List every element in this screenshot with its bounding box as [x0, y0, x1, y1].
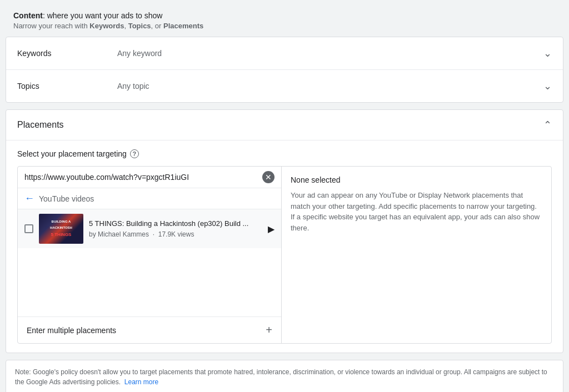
- topics-row[interactable]: Topics Any topic ⌄: [6, 70, 563, 102]
- keywords-label: Keywords: [17, 49, 117, 58]
- thumbnail-text-1: BUILDING A: [51, 219, 72, 225]
- video-checkbox[interactable]: [24, 224, 33, 233]
- keywords-row[interactable]: Keywords Any keyword ⌄: [6, 37, 563, 70]
- placements-card: Placements ⌃ Select your placement targe…: [6, 109, 563, 353]
- subtitle-sep1: ,: [124, 22, 128, 30]
- left-panel: ✕ ← YouTube videos BUILDING A: [18, 167, 282, 343]
- none-selected-title: None selected: [291, 175, 542, 184]
- close-icon: ✕: [265, 173, 272, 182]
- placements-title: Placements: [17, 120, 64, 130]
- subtitle-keywords: Keywords: [89, 22, 124, 30]
- topics-label: Topics: [17, 82, 117, 91]
- footer-note: Note: Google's policy doesn't allow you …: [6, 360, 563, 392]
- keywords-topics-card: Keywords Any keyword ⌄ Topics Any topic …: [6, 37, 563, 103]
- content-title-suffix: : where you want your ads to show: [43, 11, 163, 20]
- right-panel: None selected Your ad can appear on any …: [282, 167, 551, 343]
- thumbnail-text-3: 5 THINGS: [50, 231, 73, 239]
- video-title: 5 THINGS: Building a Hackintosh (ep302) …: [89, 219, 262, 229]
- breadcrumb-text: YouTube videos: [39, 194, 94, 203]
- video-info: 5 THINGS: Building a Hackintosh (ep302) …: [89, 219, 262, 238]
- keywords-value: Any keyword: [117, 49, 543, 58]
- back-button[interactable]: ←: [24, 193, 34, 204]
- help-icon[interactable]: ?: [130, 149, 139, 158]
- subtitle-prefix: Narrow your reach with: [13, 22, 89, 30]
- content-header-subtitle: Narrow your reach with Keywords, Topics,…: [13, 22, 556, 30]
- placement-targeting-label: Select your placement targeting ?: [17, 149, 552, 158]
- breadcrumb-bar: ← YouTube videos: [18, 188, 281, 209]
- enter-multiple-label: Enter multiple placements: [27, 326, 116, 335]
- learn-more-link[interactable]: Learn more: [124, 378, 158, 386]
- video-author: by Michael Kammes: [89, 230, 149, 238]
- select-placement-text: Select your placement targeting: [17, 149, 127, 158]
- content-header-title: Content: where you want your ads to show: [13, 11, 556, 20]
- clear-button[interactable]: ✕: [262, 171, 274, 183]
- search-bar: ✕: [18, 167, 281, 188]
- placement-columns: ✕ ← YouTube videos BUILDING A: [17, 166, 552, 344]
- cursor-icon: ▶: [268, 224, 274, 234]
- none-selected-desc: Your ad can appear on any YouTube or Dis…: [291, 190, 542, 233]
- subtitle-sep2: , or: [151, 22, 163, 30]
- video-meta: by Michael Kammes · 17.9K views: [89, 230, 262, 238]
- topics-value: Any topic: [117, 82, 543, 91]
- video-views: 17.9K views: [158, 230, 194, 238]
- video-list: BUILDING A HACKINTOSH 5 THINGS 5 THINGS:…: [18, 209, 281, 316]
- search-input[interactable]: [24, 173, 258, 182]
- placements-chevron-icon: ⌃: [543, 119, 552, 131]
- content-label: Content: [13, 11, 43, 20]
- subtitle-topics: Topics: [128, 22, 151, 30]
- video-item[interactable]: BUILDING A HACKINTOSH 5 THINGS 5 THINGS:…: [18, 209, 281, 248]
- keywords-chevron-icon: ⌄: [543, 47, 552, 59]
- thumbnail-image: BUILDING A HACKINTOSH 5 THINGS: [39, 214, 83, 244]
- video-thumbnail: BUILDING A HACKINTOSH 5 THINGS: [39, 214, 83, 244]
- placements-header[interactable]: Placements ⌃: [6, 110, 563, 140]
- content-header: Content: where you want your ads to show…: [6, 6, 563, 37]
- enter-multiple-button[interactable]: Enter multiple placements +: [18, 316, 281, 343]
- topics-chevron-icon: ⌄: [543, 80, 552, 92]
- footer-note-text: Note: Google's policy doesn't allow you …: [15, 368, 547, 386]
- placements-body: Select your placement targeting ? ✕ ← Yo…: [6, 140, 563, 353]
- plus-icon: +: [266, 324, 272, 336]
- thumbnail-text-2: HACKINTOSH: [49, 225, 73, 231]
- subtitle-placements: Placements: [163, 22, 203, 30]
